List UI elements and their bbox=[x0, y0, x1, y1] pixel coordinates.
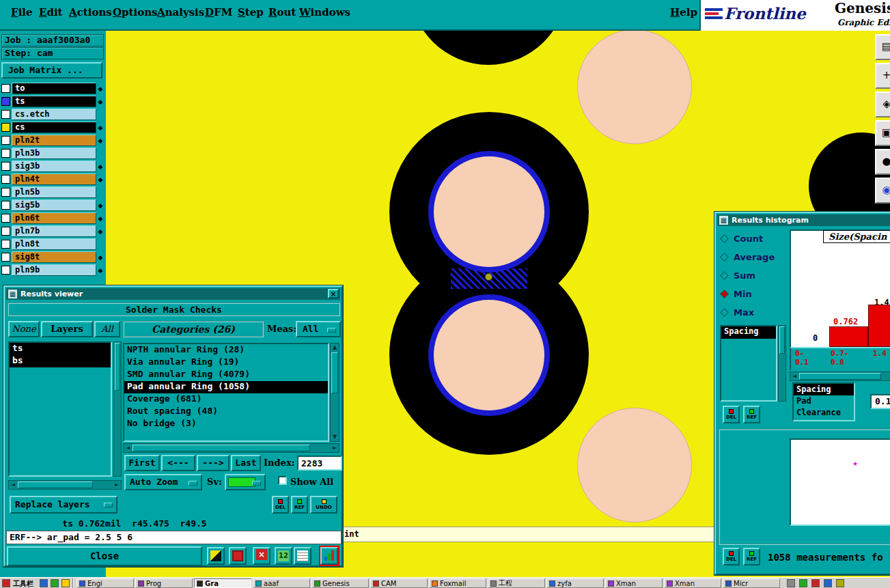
taskbar-item[interactable]: Genesis bbox=[311, 578, 369, 588]
category-item[interactable]: SMD annular Ring (4079) bbox=[124, 369, 328, 381]
close-window-icon[interactable]: × bbox=[328, 289, 339, 298]
menu-rout[interactable]: Rout bbox=[268, 6, 296, 18]
taskbar-item[interactable]: Micr bbox=[723, 578, 780, 588]
taskbar-item[interactable]: Xman bbox=[605, 578, 663, 588]
layer-row[interactable]: pln4t◆ bbox=[1, 173, 105, 186]
taskbar-item[interactable]: aaaf bbox=[253, 578, 310, 588]
layer-name[interactable]: pln7b bbox=[12, 225, 96, 237]
category-item[interactable]: Rout spacing (48) bbox=[124, 406, 328, 418]
layer-name[interactable]: pln3b bbox=[12, 148, 96, 159]
layer-checkbox[interactable] bbox=[1, 123, 10, 132]
layer-name[interactable]: pln8t bbox=[12, 238, 96, 250]
layer-row[interactable]: sig3b◆ bbox=[1, 160, 105, 173]
contrast-tool-button[interactable] bbox=[207, 547, 225, 565]
tray-network-icon[interactable] bbox=[824, 579, 832, 587]
layer-name[interactable]: sig5b bbox=[12, 199, 96, 211]
layer-row[interactable]: to◆ bbox=[1, 82, 105, 95]
layer-name[interactable]: sig8t bbox=[12, 251, 96, 263]
tool-button-target[interactable]: ◉ bbox=[875, 178, 890, 204]
tool-button-select[interactable]: ◈ bbox=[875, 92, 890, 117]
layer-checkbox[interactable] bbox=[1, 162, 10, 171]
menu-step[interactable]: Step bbox=[238, 6, 264, 18]
taskbar-item[interactable]: Prog bbox=[135, 578, 193, 588]
scroll-down-icon[interactable]: ▼ bbox=[331, 433, 339, 441]
list-item[interactable]: Clearance bbox=[794, 407, 854, 419]
menu-help[interactable]: Help bbox=[670, 6, 697, 18]
taskbar-item[interactable]: Xman bbox=[664, 578, 721, 588]
del-button[interactable]: DEL bbox=[272, 496, 289, 514]
launcher-star-icon[interactable] bbox=[61, 579, 70, 587]
last-button[interactable]: Last bbox=[231, 455, 261, 471]
layer-name[interactable]: to bbox=[12, 83, 96, 94]
taskbar-item[interactable]: Foxmail bbox=[429, 578, 486, 588]
layer-name[interactable]: sig3b bbox=[12, 160, 96, 172]
layers-list-hscrollbar[interactable]: ◄ ► bbox=[8, 480, 122, 490]
histogram-toggle-button[interactable] bbox=[320, 547, 338, 565]
job-matrix-button[interactable]: Job Matrix ... bbox=[1, 62, 102, 79]
layer-row[interactable]: pln9b◆ bbox=[1, 264, 105, 277]
list-item[interactable]: Pad bbox=[794, 395, 854, 407]
ref-button[interactable]: REF bbox=[743, 548, 760, 565]
list-item[interactable]: ts bbox=[10, 343, 111, 355]
layer-checkbox[interactable] bbox=[1, 175, 10, 184]
layer-row[interactable]: ts◆ bbox=[1, 95, 105, 108]
categories-hscrollbar[interactable]: ◄ ► bbox=[123, 443, 339, 453]
category-item[interactable]: Coverage (681) bbox=[124, 393, 328, 406]
taskbar-item[interactable]: 工程 bbox=[488, 578, 545, 588]
results-layers-list[interactable]: ts bs bbox=[8, 341, 112, 477]
screen-tool-button[interactable] bbox=[229, 547, 247, 565]
del-button[interactable]: DEL bbox=[723, 406, 740, 423]
menu-edit[interactable]: Edit bbox=[39, 6, 63, 18]
del-button[interactable]: DEL bbox=[723, 548, 740, 565]
layer-checkbox[interactable] bbox=[1, 136, 10, 145]
chart-hscrollbar[interactable]: ◄ ► bbox=[790, 372, 890, 381]
meas-dropdown[interactable]: All bbox=[296, 321, 341, 337]
layer-checkbox[interactable] bbox=[1, 266, 10, 275]
category-item[interactable]: Pad annular Ring (1058) bbox=[124, 381, 328, 393]
list-item[interactable]: bs bbox=[10, 355, 111, 367]
scroll-right-icon[interactable]: ► bbox=[113, 481, 121, 489]
layer-row[interactable]: sig5b◆ bbox=[1, 199, 105, 212]
layers-button[interactable]: Layers bbox=[41, 321, 93, 337]
tool-button-pad[interactable]: ● bbox=[875, 149, 890, 175]
layer-checkbox[interactable] bbox=[1, 240, 10, 249]
measure-list[interactable]: Spacing bbox=[720, 325, 777, 402]
close-button[interactable]: Close bbox=[7, 546, 202, 566]
tool-button-grid[interactable]: ▤ bbox=[875, 34, 890, 60]
scroll-left-icon[interactable]: ◄ bbox=[124, 444, 132, 452]
first-button[interactable]: First bbox=[124, 455, 160, 471]
tray-status-icon[interactable] bbox=[799, 579, 807, 587]
tool-button-add[interactable]: + bbox=[875, 63, 890, 89]
layer-name[interactable]: pln5b bbox=[12, 186, 96, 198]
layer-checkbox[interactable] bbox=[1, 110, 10, 119]
histogram-titlebar[interactable]: ▦ Results histogram bbox=[717, 214, 890, 226]
layer-row[interactable]: pln3b bbox=[1, 147, 105, 160]
taskbar-item[interactable]: zyfa bbox=[546, 578, 604, 588]
menu-actions[interactable]: Actions bbox=[69, 6, 112, 18]
launcher-red-icon[interactable] bbox=[2, 579, 10, 587]
replace-layers-dropdown[interactable]: Replace layers bbox=[10, 496, 117, 514]
layers-list-vscrollbar[interactable] bbox=[113, 341, 122, 477]
menu-file[interactable]: File bbox=[11, 6, 33, 18]
none-button[interactable]: None bbox=[8, 321, 40, 337]
list-item[interactable]: Spacing bbox=[794, 384, 854, 395]
taskbar-item[interactable]: Engi bbox=[77, 578, 134, 588]
ref-button[interactable]: REF bbox=[743, 406, 760, 423]
zoom-level-button[interactable]: 12 bbox=[275, 547, 292, 565]
layer-row[interactable]: pln8t bbox=[1, 238, 105, 251]
layer-checkbox[interactable] bbox=[1, 188, 10, 197]
severity-color-dropdown[interactable] bbox=[225, 474, 266, 490]
scroll-right-icon[interactable]: ► bbox=[331, 444, 339, 452]
launcher-home-icon[interactable] bbox=[40, 579, 48, 587]
menu-options[interactable]: Options bbox=[113, 6, 158, 18]
ref-button[interactable]: REF bbox=[291, 496, 308, 514]
next-button[interactable]: ---> bbox=[197, 455, 230, 471]
layer-name[interactable]: pln6t bbox=[12, 212, 96, 224]
scroll-up-icon[interactable]: ▲ bbox=[331, 344, 339, 352]
category-item[interactable]: Via annular Ring (19) bbox=[124, 356, 328, 369]
tool-button-box[interactable]: ▣ bbox=[875, 120, 890, 146]
tray-volume-icon[interactable] bbox=[836, 579, 844, 587]
layer-row[interactable]: pln6t◆ bbox=[1, 212, 105, 225]
layer-checkbox[interactable] bbox=[1, 214, 10, 223]
undo-button[interactable]: UNDO bbox=[310, 496, 337, 514]
